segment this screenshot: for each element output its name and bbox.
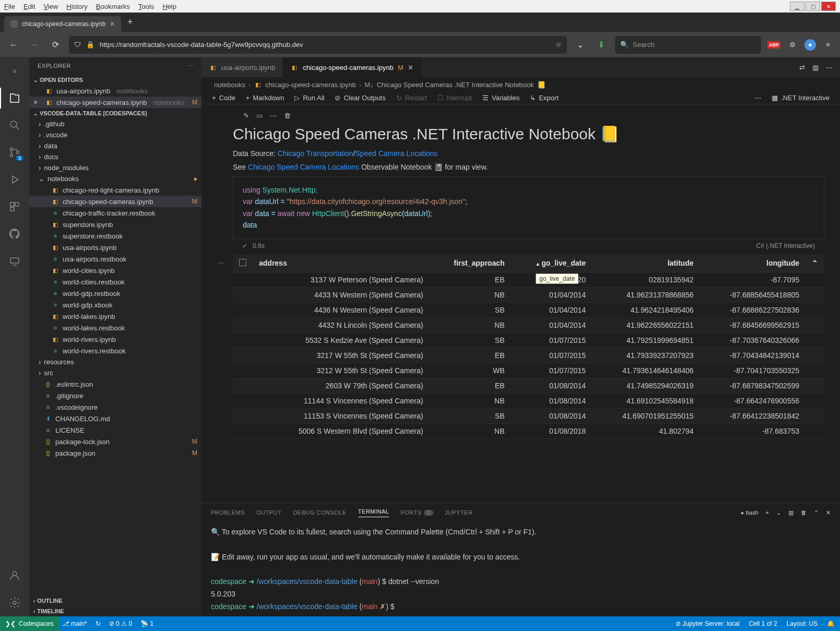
more-icon[interactable]: ⋯: [754, 94, 761, 102]
sidebar-more-icon[interactable]: ⋯: [187, 63, 194, 69]
collapse-icon[interactable]: ⌃: [812, 259, 818, 267]
file-item[interactable]: ◧world-rivers.ipynb: [29, 334, 202, 345]
run-all-button[interactable]: ▷ Run All: [294, 94, 324, 102]
status-errors[interactable]: ⊘ 0 ⚠ 0: [109, 620, 132, 627]
kill-terminal-icon[interactable]: 🗑: [801, 509, 807, 516]
more-actions-icon[interactable]: ⋯: [826, 64, 833, 72]
close-panel-icon[interactable]: ✕: [826, 509, 831, 516]
folder-item[interactable]: › .github: [29, 118, 202, 129]
nav-reload-button[interactable]: ⟳: [48, 38, 63, 52]
layout-icon[interactable]: ▭: [256, 112, 263, 120]
file-item[interactable]: ◧superstore.ipynb: [29, 219, 202, 230]
nav-forward-button[interactable]: →: [27, 38, 42, 52]
folder-notebooks[interactable]: ⌄ notebooks●: [29, 173, 202, 184]
folder-item[interactable]: › docs: [29, 151, 202, 162]
menu-view[interactable]: View: [43, 3, 58, 10]
open-editor-item[interactable]: × ◧ chicago-speed-cameras.ipynbnotebooks…: [29, 97, 202, 108]
table-row[interactable]: 3137 W Peterson (Speed Camera)EB01/03/20…: [233, 272, 824, 287]
editor-tab-active[interactable]: ◧ chicago-speed-cameras.ipynb M ✕: [283, 57, 421, 77]
lock-icon[interactable]: 🔒: [86, 41, 94, 49]
terminal-dropdown-icon[interactable]: ⌄: [776, 509, 781, 516]
maximize-panel-icon[interactable]: ⌃: [814, 509, 819, 516]
file-item[interactable]: {}.eslintrc.json: [29, 378, 202, 390]
interrupt-button[interactable]: ☐ Interrupt: [437, 94, 472, 102]
folder-item[interactable]: › resources: [29, 356, 202, 367]
status-ports[interactable]: 📡 1: [140, 620, 153, 627]
edit-cell-icon[interactable]: ✎: [243, 112, 249, 120]
table-row[interactable]: 5532 S Kedzie Ave (Speed Camera)SB01/07/…: [233, 332, 824, 348]
menu-bookmarks[interactable]: Bookmarks: [96, 3, 130, 10]
activity-remote-icon[interactable]: [7, 254, 22, 268]
split-terminal-icon[interactable]: ▥: [788, 509, 794, 516]
adblock-icon[interactable]: ABP: [767, 41, 780, 49]
panel-tab-debug[interactable]: DEBUG CONSOLE: [293, 509, 346, 516]
menu-history[interactable]: History: [66, 3, 87, 10]
file-item[interactable]: ≡.vscodeignore: [29, 401, 202, 413]
nav-back-button[interactable]: ←: [6, 38, 21, 52]
file-item[interactable]: ≡chicago-traffic-tracker.restbook: [29, 207, 202, 219]
cell-output-more-icon[interactable]: ⋯: [217, 259, 224, 267]
col-longitude[interactable]: longitude: [700, 255, 806, 272]
menu-edit[interactable]: Edit: [23, 3, 35, 10]
profile-icon[interactable]: ●: [804, 39, 816, 51]
panel-tab-terminal[interactable]: TERMINAL: [358, 508, 389, 517]
window-close-button[interactable]: ✕: [821, 2, 836, 11]
browser-tab[interactable]: chicago-speed-cameras.ipynb ✕: [4, 16, 121, 32]
folder-item[interactable]: › src: [29, 367, 202, 378]
new-terminal-icon[interactable]: +: [766, 509, 769, 516]
downloads-icon[interactable]: ⬇: [594, 38, 609, 52]
col-address[interactable]: address: [253, 255, 429, 272]
window-minimize-button[interactable]: ▁: [790, 2, 804, 11]
status-layout[interactable]: Layout: US: [787, 620, 818, 627]
panel-tab-jupyter[interactable]: JUPYTER: [445, 509, 473, 516]
add-markdown-cell-button[interactable]: + Markdown: [246, 94, 285, 102]
extension-gear-icon[interactable]: ⚙: [787, 39, 798, 51]
browser-search-bar[interactable]: 🔍 Search: [615, 36, 761, 54]
activity-search-icon[interactable]: [7, 118, 22, 133]
link-chicago-transportation[interactable]: Chicago Transportation: [278, 149, 353, 158]
table-row[interactable]: 5006 S Western Blvd (Speed Camera)NB01/0…: [233, 423, 824, 438]
link-speed-camera-locations[interactable]: Speed Camera Locations: [355, 149, 437, 158]
activity-account-icon[interactable]: [7, 568, 22, 583]
col-latitude[interactable]: latitude: [592, 255, 700, 272]
shield-icon[interactable]: 🛡: [74, 41, 81, 49]
file-item[interactable]: ≡superstore.restbook: [29, 230, 202, 242]
activity-explorer-icon[interactable]: [7, 91, 22, 105]
file-item[interactable]: ≡.gitignore: [29, 390, 202, 401]
pocket-icon[interactable]: ⌄: [573, 38, 588, 52]
file-item[interactable]: ◧usa-airports.ipynb: [29, 242, 202, 253]
close-editor-icon[interactable]: ×: [33, 98, 38, 106]
status-sync[interactable]: ↻: [96, 620, 101, 627]
folder-item[interactable]: › node_modules: [29, 162, 202, 173]
panel-tab-problems[interactable]: PROBLEMS: [211, 509, 245, 516]
activity-settings-icon[interactable]: [7, 596, 22, 610]
file-item[interactable]: ◧chicago-speed-cameras.ipynbM: [29, 196, 202, 207]
close-tab-icon[interactable]: ✕: [408, 64, 413, 72]
table-row[interactable]: 4432 N Lincoln (Speed Camera)NB01/04/201…: [233, 317, 824, 332]
panel-tab-output[interactable]: OUTPUT: [256, 509, 281, 516]
table-row[interactable]: 4436 N Western (Speed Camera)SB01/04/201…: [233, 302, 824, 317]
file-item[interactable]: {}package-lock.jsonM: [29, 436, 202, 447]
workspace-header[interactable]: ⌄VSCODE-DATA-TABLE [CODESPACES]: [29, 108, 202, 118]
terminal-shell-picker[interactable]: ▸ bash: [741, 509, 759, 516]
new-tab-button[interactable]: +: [121, 13, 139, 32]
hamburger-menu-icon[interactable]: ≡: [822, 39, 834, 51]
outline-header[interactable]: ›OUTLINE: [29, 596, 202, 606]
timeline-header[interactable]: ›TIMELINE: [29, 606, 202, 616]
editor-tab[interactable]: ◧ usa-airports.ipynb: [202, 57, 283, 77]
kernel-picker[interactable]: ▦ .NET Interactive: [772, 94, 830, 102]
folder-item[interactable]: › .vscode: [29, 129, 202, 140]
address-bar[interactable]: 🛡 🔒 https://randomfractals-vscode-data-t…: [69, 36, 567, 54]
folder-item[interactable]: › data: [29, 140, 202, 151]
col-first-approach[interactable]: first_approach: [429, 255, 511, 272]
file-item[interactable]: ≡world-rivers.restbook: [29, 345, 202, 356]
breadcrumb[interactable]: notebooks› ◧chicago-speed-cameras.ipynb›…: [202, 77, 840, 92]
notebook-body[interactable]: ✎ ▭ ⋯ 🗑 Chicago Speed Cameras .NET Inter…: [202, 104, 840, 503]
variables-button[interactable]: ☰ Variables: [482, 94, 519, 102]
more-icon[interactable]: ⋯: [270, 112, 277, 120]
table-row[interactable]: 11144 S Vincennes (Speed Camera)NB01/08/…: [233, 393, 824, 408]
open-editors-header[interactable]: ⌄OPEN EDITORS: [29, 75, 202, 85]
delete-cell-icon[interactable]: 🗑: [284, 112, 291, 120]
col-go-live-date[interactable]: ▲go_live_date: [511, 255, 593, 272]
file-item[interactable]: {}package.jsonM: [29, 447, 202, 459]
